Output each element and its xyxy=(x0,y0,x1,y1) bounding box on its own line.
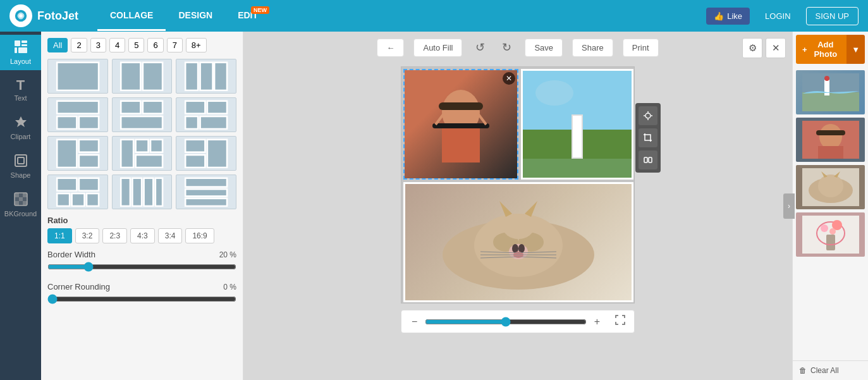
photo-thumb-4[interactable] xyxy=(796,212,865,257)
zoom-slider[interactable] xyxy=(425,317,586,327)
settings-button[interactable]: ⚙ xyxy=(742,38,762,58)
filter-6[interactable]: 6 xyxy=(147,38,163,52)
border-width-label: Border Width xyxy=(47,250,95,259)
canvas-area: ← Auto Fill ↺ ↻ Save Share Print ⚙ xyxy=(243,32,792,380)
photo-thumb-1[interactable] xyxy=(796,70,865,114)
undo-button[interactable]: ↺ xyxy=(472,38,489,57)
layout-12[interactable] xyxy=(176,175,236,209)
brightness-button[interactable] xyxy=(639,106,657,125)
ratio-4-3[interactable]: 4:3 xyxy=(130,228,155,243)
photo-thumb-2[interactable] xyxy=(796,118,865,162)
filter-7[interactable]: 7 xyxy=(167,38,183,52)
layout-3[interactable] xyxy=(176,59,236,94)
svg-rect-50 xyxy=(121,178,131,205)
redo-button[interactable]: ↻ xyxy=(498,38,515,57)
svg-marker-78 xyxy=(499,201,512,217)
zoom-out-button[interactable]: − xyxy=(409,316,420,328)
svg-rect-45 xyxy=(57,178,76,190)
ratio-16-9[interactable]: 16:9 xyxy=(185,228,214,243)
layout-11[interactable] xyxy=(112,175,173,209)
svg-rect-12 xyxy=(23,193,27,197)
autofill-button[interactable]: Auto Fill xyxy=(413,39,462,57)
nav-edit[interactable]: EDIT NEW xyxy=(225,1,271,31)
ratio-3-2[interactable]: 3:2 xyxy=(75,228,100,243)
layout-2[interactable] xyxy=(112,59,173,94)
layout-7[interactable] xyxy=(47,136,108,171)
filter-5[interactable]: 5 xyxy=(128,38,144,52)
nav-design[interactable]: DESIGN xyxy=(166,1,225,31)
ratio-1-1[interactable]: 1:1 xyxy=(47,228,72,243)
svg-point-92 xyxy=(819,124,842,149)
ratio-2-3[interactable]: 2:3 xyxy=(102,228,127,243)
svg-rect-14 xyxy=(19,197,23,201)
svg-rect-51 xyxy=(133,178,142,205)
layout-8[interactable] xyxy=(112,136,173,171)
filter-2[interactable]: 2 xyxy=(71,38,87,52)
login-button[interactable]: LOGIN xyxy=(756,8,799,25)
svg-rect-10 xyxy=(15,193,19,197)
add-photo-button[interactable]: + Add Photo xyxy=(796,35,847,64)
layout-1[interactable] xyxy=(47,59,108,94)
zoom-in-button[interactable]: + xyxy=(592,316,602,328)
layout-9[interactable] xyxy=(176,136,236,171)
sidebar-item-shape[interactable]: Shape xyxy=(0,149,41,184)
border-width-value: 20 % xyxy=(219,250,236,259)
flip-button[interactable] xyxy=(639,150,657,169)
photo-thumbnails xyxy=(793,67,868,360)
layouts-grid xyxy=(47,59,236,209)
save-button[interactable]: Save xyxy=(525,39,563,57)
signup-button[interactable]: SIGN UP xyxy=(806,7,859,25)
svg-rect-39 xyxy=(136,139,149,152)
sidebar-background-label: BKGround xyxy=(4,210,37,218)
sidebar-item-background[interactable]: BKGround xyxy=(0,187,41,223)
back-button[interactable]: ← xyxy=(377,39,404,57)
like-button[interactable]: 👍 Like xyxy=(706,8,750,25)
svg-point-68 xyxy=(512,244,518,253)
clipart-icon xyxy=(14,115,28,131)
svg-rect-38 xyxy=(121,139,134,167)
ratio-3-4[interactable]: 3:4 xyxy=(158,228,183,243)
undo-icon: ↺ xyxy=(475,41,485,54)
layout-4[interactable] xyxy=(47,97,108,132)
filter-all[interactable]: All xyxy=(47,38,68,52)
filter-3[interactable]: 3 xyxy=(90,38,106,52)
panel-chevron[interactable]: › xyxy=(783,193,795,219)
crop-button[interactable] xyxy=(639,128,657,147)
back-icon: ← xyxy=(386,43,394,52)
sidebar-item-text[interactable]: T Text xyxy=(0,73,41,107)
photo-cell-3[interactable] xyxy=(403,182,633,302)
photo-cell-2[interactable] xyxy=(521,69,633,180)
svg-rect-54 xyxy=(185,178,227,187)
layout-5[interactable] xyxy=(112,97,173,132)
share-button[interactable]: Share xyxy=(572,39,613,57)
layout-6[interactable] xyxy=(176,97,236,132)
filter-8plus[interactable]: 8+ xyxy=(186,38,207,52)
svg-rect-18 xyxy=(23,201,27,205)
close-canvas-button[interactable]: ✕ xyxy=(766,38,786,58)
sidebar-item-clipart[interactable]: Clipart xyxy=(0,110,41,145)
corner-rounding-slider[interactable] xyxy=(47,294,236,304)
clear-all-button[interactable]: 🗑 Clear All xyxy=(793,360,868,380)
svg-rect-26 xyxy=(57,116,76,129)
photo-cell-1[interactable]: ✕ xyxy=(403,69,518,180)
add-photo-dropdown-button[interactable]: ▼ xyxy=(847,35,865,64)
svg-rect-49 xyxy=(87,193,99,206)
fullscreen-button[interactable] xyxy=(614,314,627,329)
border-width-slider[interactable] xyxy=(47,262,236,272)
corner-rounding-container: Corner Rounding 0 % xyxy=(47,282,236,307)
svg-rect-16 xyxy=(15,201,19,205)
nav-collage[interactable]: COLLAGE xyxy=(97,1,166,31)
print-button[interactable]: Print xyxy=(623,39,659,57)
svg-rect-32 xyxy=(207,101,227,113)
close-icon: ✕ xyxy=(772,42,780,54)
corner-rounding-label: Corner Rounding xyxy=(47,282,110,291)
filter-4[interactable]: 4 xyxy=(109,38,125,52)
sidebar-item-layout[interactable]: Layout xyxy=(0,35,41,70)
svg-point-77 xyxy=(503,214,534,239)
remove-photo-button[interactable]: ✕ xyxy=(503,72,515,85)
layout-10[interactable] xyxy=(47,175,108,209)
svg-point-1 xyxy=(19,14,23,18)
svg-rect-46 xyxy=(79,178,99,190)
logo-icon xyxy=(9,4,32,27)
photo-thumb-3[interactable] xyxy=(796,165,865,209)
